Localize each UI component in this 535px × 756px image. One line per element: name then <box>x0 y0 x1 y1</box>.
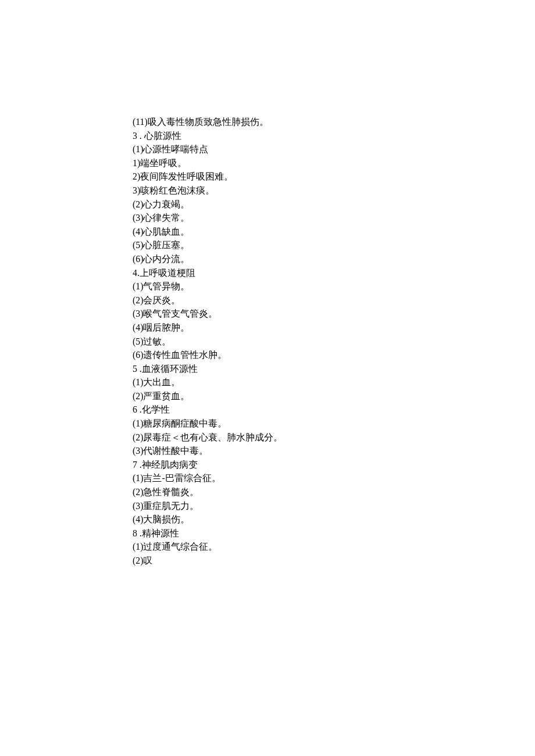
text-line: (2)急性脊髓炎。 <box>133 485 423 499</box>
text-line: 7 .神经肌肉病变 <box>133 458 423 472</box>
text-line: 5 .血液循环源性 <box>133 362 423 376</box>
text-line: (6)遗传性血管性水肿。 <box>133 348 423 362</box>
text-line: (5)心脏压塞。 <box>133 238 423 252</box>
text-line: 6 .化学性 <box>133 403 423 417</box>
text-line: (1)心源性哮喘特点 <box>133 142 423 156</box>
text-line: 8 .精神源性 <box>133 526 423 540</box>
text-line: 2)夜间阵发性呼吸困难。 <box>133 170 423 184</box>
text-line: (2)尿毒症＜也有心衰、肺水肿成分。 <box>133 431 423 445</box>
text-line: (2)严重贫血。 <box>133 389 423 403</box>
text-line: (5)过敏。 <box>133 335 423 349</box>
text-line: (3)心律失常。 <box>133 211 423 225</box>
text-line: (1)气管异物。 <box>133 280 423 293</box>
text-line: (4)咽后脓肿。 <box>133 321 423 335</box>
text-line: 3)咳粉红色泡沫痰。 <box>133 184 423 198</box>
text-line: (1)过度通气综合征。 <box>133 540 423 554</box>
text-line: (2)会厌炎。 <box>133 293 423 307</box>
text-line: 3 . 心脏源性 <box>133 129 423 143</box>
text-line: 1)端坐呼吸。 <box>133 156 423 170</box>
text-line: 4.上呼吸道梗阻 <box>133 266 423 280</box>
text-line: (1)吉兰-巴雷综合征。 <box>133 471 423 485</box>
text-line: (2)心力衰竭。 <box>133 198 423 212</box>
text-line: (1)大出血。 <box>133 375 423 389</box>
text-line: (4)大脑损伤。 <box>133 513 423 526</box>
text-line: (3)代谢性酸中毒。 <box>133 444 423 458</box>
text-line: (6)心内分流。 <box>133 252 423 266</box>
text-line: (3)喉气管支气管炎。 <box>133 307 423 321</box>
text-line: (3)重症肌无力。 <box>133 499 423 513</box>
text-line: (11)吸入毒性物质致急性肺损伤。 <box>133 115 423 129</box>
text-line: (4)心肌缺血。 <box>133 225 423 239</box>
text-line: (1)糖尿病酮症酸中毒。 <box>133 417 423 431</box>
document-body: (11)吸入毒性物质致急性肺损伤。 3 . 心脏源性 (1)心源性哮喘特点 1)… <box>133 115 423 568</box>
text-line: (2)叹 <box>133 554 423 568</box>
